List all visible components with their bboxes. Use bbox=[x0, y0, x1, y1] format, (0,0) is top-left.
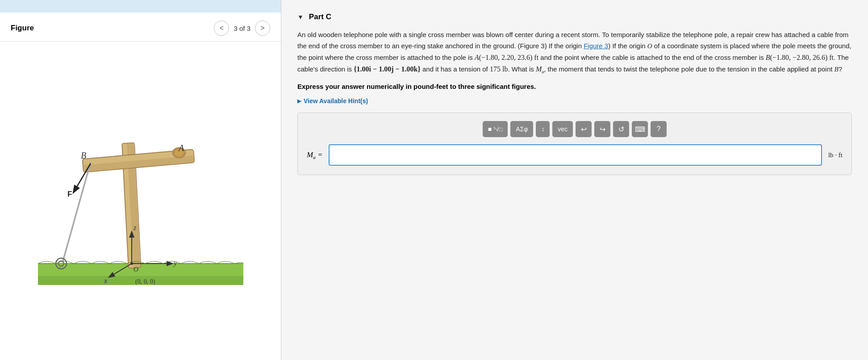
top-bar-decoration bbox=[0, 0, 281, 13]
answer-input-row: Ma = lb · ft bbox=[307, 144, 843, 166]
part-header: ▼ Part C bbox=[297, 13, 852, 21]
fraction-sqrt-icon: ■ bbox=[488, 126, 492, 133]
next-figure-button[interactable]: > bbox=[255, 21, 270, 36]
hint-label: View Available Hint(s) bbox=[304, 97, 368, 105]
right-panel: ▼ Part C An old wooden telephone pole wi… bbox=[281, 0, 868, 360]
problem-text-7: , the moment that tends to twist the tel… bbox=[544, 65, 834, 73]
up-down-button[interactable]: ↕ bbox=[536, 121, 550, 137]
figure-title: Figure bbox=[11, 24, 34, 33]
svg-line-11 bbox=[63, 162, 91, 263]
problem-text-8: ? bbox=[839, 65, 842, 73]
fraction-sqrt-button[interactable]: ■ ⁵√□ bbox=[483, 121, 508, 137]
unit-label: lb · ft bbox=[828, 151, 843, 159]
answer-input[interactable] bbox=[329, 144, 822, 166]
hint-toggle[interactable]: ▶ View Available Hint(s) bbox=[297, 97, 852, 105]
greek-symbols-label: ΑΣφ bbox=[516, 126, 528, 133]
svg-text:A: A bbox=[178, 143, 184, 153]
sqrt-symbol: ⁵√□ bbox=[493, 126, 502, 133]
help-icon: ? bbox=[657, 125, 661, 133]
reset-button[interactable]: ↺ bbox=[613, 121, 629, 137]
redo-icon: ↪ bbox=[600, 125, 605, 134]
help-button[interactable]: ? bbox=[651, 121, 667, 137]
hint-triangle-icon: ▶ bbox=[297, 98, 301, 104]
problem-text-3: and the point where the cable is attache… bbox=[538, 54, 766, 61]
svg-text:B: B bbox=[81, 151, 86, 160]
input-label: Ma = bbox=[307, 151, 322, 160]
math-toolbar: ■ ⁵√□ ΑΣφ ↕ vec ↩ ↪ ↺ ⌨ bbox=[307, 121, 843, 137]
problem-description: An old wooden telephone pole with a sing… bbox=[297, 29, 852, 75]
figure-nav: < 3 of 3 > bbox=[214, 21, 270, 36]
left-panel: Figure < 3 of 3 > bbox=[0, 0, 281, 360]
svg-text:y: y bbox=[173, 259, 177, 267]
direction-vector: {1.00i − 1.00j − 1.00k} bbox=[354, 65, 421, 73]
point-B-value: B(−1.80, −2.80, 26.6) ft bbox=[766, 54, 834, 61]
svg-text:x: x bbox=[104, 277, 107, 285]
instruction-text: Express your answer numerically in pound… bbox=[297, 83, 852, 90]
prev-figure-button[interactable]: < bbox=[214, 21, 229, 36]
vec-button[interactable]: vec bbox=[552, 121, 573, 137]
figure-svg: B A F bbox=[25, 85, 257, 317]
point-A-value: A(−1.80, 2.20, 23.6) ft bbox=[475, 54, 538, 61]
keyboard-icon: ⌨ bbox=[635, 125, 645, 134]
keyboard-button[interactable]: ⌨ bbox=[632, 121, 648, 137]
problem-text-6: . What is bbox=[508, 65, 536, 73]
part-collapse-arrow[interactable]: ▼ bbox=[297, 13, 304, 21]
figure-image-area: B A F bbox=[0, 42, 281, 360]
figure-header: Figure < 3 of 3 > bbox=[0, 13, 281, 42]
Ma-reference: Ma bbox=[536, 65, 544, 73]
undo-button[interactable]: ↩ bbox=[576, 121, 592, 137]
figure-3-link[interactable]: Figure 3 bbox=[584, 42, 608, 50]
svg-text:z: z bbox=[133, 224, 137, 231]
vec-label: vec bbox=[558, 126, 568, 133]
svg-text:F: F bbox=[67, 190, 72, 198]
tension-value: 175 lb bbox=[490, 65, 508, 73]
B-letter: B bbox=[835, 66, 839, 73]
greek-symbols-button[interactable]: ΑΣφ bbox=[510, 121, 533, 137]
undo-icon: ↩ bbox=[581, 125, 587, 134]
part-title: Part C bbox=[309, 13, 331, 21]
reset-icon: ↺ bbox=[618, 125, 624, 134]
answer-box: ■ ⁵√□ ΑΣφ ↕ vec ↩ ↪ ↺ ⌨ bbox=[297, 113, 852, 175]
problem-text-5: and it has a tension of bbox=[421, 65, 490, 73]
svg-line-16 bbox=[74, 163, 91, 192]
up-down-icon: ↕ bbox=[541, 126, 544, 133]
svg-text:(0, 0, 0): (0, 0, 0) bbox=[135, 278, 155, 285]
figure-count: 3 of 3 bbox=[234, 25, 250, 32]
redo-button[interactable]: ↪ bbox=[594, 121, 610, 137]
svg-text:O: O bbox=[134, 266, 138, 273]
